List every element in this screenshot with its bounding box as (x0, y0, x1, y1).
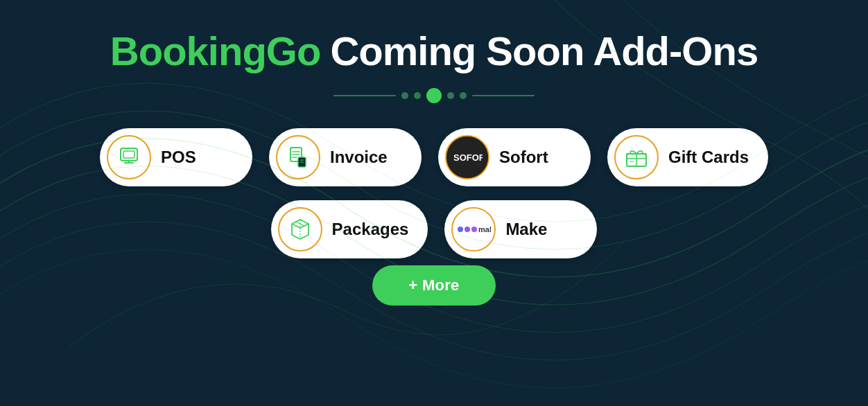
make-label: Make (505, 220, 547, 239)
sofort-icon-wrapper: SOFORT (445, 135, 489, 179)
sofort-label: Sofort (499, 148, 548, 167)
card-sofort[interactable]: SOFORT Sofort (438, 128, 591, 186)
dot-line-right (472, 95, 535, 96)
pos-label: POS (161, 148, 196, 167)
packages-icon-wrapper (278, 207, 322, 251)
svg-point-17 (465, 227, 470, 232)
title-rest: Coming Soon Add-Ons (330, 28, 758, 74)
make-icon: make (453, 207, 494, 251)
card-packages[interactable]: Packages (271, 200, 428, 258)
cards-area: POS Invoice (42, 128, 826, 258)
packages-icon (288, 217, 313, 242)
more-button[interactable]: + More (372, 265, 495, 306)
invoice-label: Invoice (330, 148, 388, 167)
giftcards-label: Gift Cards (668, 148, 749, 167)
card-giftcards[interactable]: Gift Cards (607, 128, 768, 186)
card-make[interactable]: make Make (444, 200, 597, 258)
svg-text:SOFORT: SOFORT (453, 152, 483, 163)
sofort-icon: SOFORT (446, 135, 488, 179)
svg-text:make: make (478, 225, 491, 233)
dot-2 (414, 92, 421, 99)
invoice-icon-wrapper (276, 135, 320, 179)
dot-5 (460, 92, 467, 99)
svg-point-16 (458, 227, 463, 232)
dot-4 (447, 92, 454, 99)
svg-point-18 (471, 227, 477, 232)
dot-line-left (333, 95, 396, 96)
title-row: BookingGo Coming Soon Add-Ons (110, 28, 758, 74)
invoice-icon (286, 145, 311, 170)
pos-icon-wrapper (107, 135, 151, 179)
card-pos[interactable]: POS (100, 128, 252, 186)
dot-1 (401, 92, 408, 99)
giftcards-icon (624, 145, 649, 170)
cards-row-1: POS Invoice (100, 128, 768, 186)
make-icon-wrapper: make (451, 207, 496, 251)
brand-name: BookingGo (110, 28, 321, 74)
giftcards-icon-wrapper (614, 135, 659, 179)
packages-label: Packages (332, 220, 409, 239)
cards-row-2: Packages make Make (271, 200, 598, 258)
svg-rect-1 (123, 151, 134, 158)
card-invoice[interactable]: Invoice (269, 128, 422, 186)
progress-dots (333, 88, 535, 103)
dot-active (426, 88, 442, 103)
page-background: BookingGo Coming Soon Add-Ons (0, 0, 868, 406)
pos-icon (116, 145, 141, 170)
